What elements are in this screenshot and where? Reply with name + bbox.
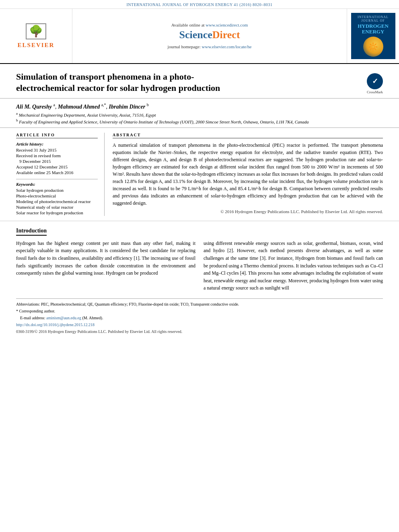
available-date: Available online 25 March 2016 — [16, 170, 98, 175]
publisher-header: 🌳 ELSEVIER Available online at www.scien… — [0, 9, 399, 64]
received-date: Received 31 July 2015 — [16, 148, 98, 152]
corresponding-line: * Corresponding author. — [16, 308, 383, 314]
affiliation-a: a Mechanical Engineering Department, Ass… — [16, 111, 383, 117]
introduction-heading: Introduction — [16, 228, 47, 236]
main-body: Introduction Hydrogen has the highest en… — [0, 221, 399, 341]
author-3: Ibrahim Dincer — [109, 103, 146, 109]
doi-line: http://dx.doi.org/10.1016/j.ijhydene.201… — [16, 322, 383, 328]
elsevier-wordmark: ELSEVIER — [18, 42, 55, 49]
crossmark-label: CrossMark — [367, 90, 383, 94]
keyword-5: Solar reactor for hydrogen production — [16, 210, 98, 215]
intro-left-text: Hydrogen has the highest energy content … — [16, 240, 195, 277]
sciencedirect-url[interactable]: www.sciencedirect.com — [206, 23, 248, 27]
email-link[interactable]: aminism@aun.edu.eg — [46, 316, 81, 320]
keywords-label: Keywords: — [16, 179, 98, 187]
affiliation-b: b Faculty of Engineering and Applied Sci… — [16, 118, 383, 124]
sciencedirect-section: Available online at www.sciencedirect.co… — [72, 9, 347, 63]
abbreviations-text: Abbreviations: PEC, Photoelectrochemical… — [16, 302, 239, 306]
badge-title: HYDROGEN ENERGY — [354, 23, 392, 35]
crossmark-icon: ✓ — [367, 73, 383, 89]
author-1: Ali M. Qureshy — [16, 103, 52, 109]
article-info-col: ARTICLE INFO Article history: Received 3… — [16, 133, 105, 216]
journal-citation: INTERNATIONAL JOURNAL OF HYDROGEN ENERGY… — [126, 2, 272, 7]
revised-date: 9 December 2015 — [19, 159, 98, 164]
revised-label: Received in revised form — [16, 153, 98, 158]
article-history-label: Article history: — [16, 142, 98, 146]
footnotes-section: Abbreviations: PEC, Photoelectrochemical… — [16, 298, 383, 335]
sciencedirect-logo: ScienceDirect — [179, 29, 240, 41]
elsevier-logo-section: 🌳 ELSEVIER — [0, 9, 72, 63]
issn-line: 0360-3199/© 2016 Hydrogen Energy Publica… — [16, 329, 383, 335]
journal-homepage-url[interactable]: www.elsevier.com/locate/he — [202, 44, 252, 49]
journal-badge: INTERNATIONAL JOURNAL OF HYDROGEN ENERGY… — [351, 13, 395, 59]
journal-badge-section: INTERNATIONAL JOURNAL OF HYDROGEN ENERGY… — [347, 9, 399, 63]
authors-line: Ali M. Qureshy a, Mahmoud Ahmed a,*, Ibr… — [16, 103, 383, 110]
intro-left-col: Hydrogen has the highest energy content … — [16, 240, 195, 292]
article-title-section: Simulation of transport phenomena in a p… — [0, 64, 399, 99]
elsevier-tree-icon: 🌳 — [29, 26, 43, 37]
introduction-body: Hydrogen has the highest energy content … — [16, 240, 383, 292]
badge-image: 🔆 — [363, 37, 383, 57]
crossmark-badge: ✓ CrossMark — [367, 73, 383, 94]
journal-homepage-text: journal homepage: www.elsevier.com/locat… — [168, 44, 252, 49]
author-2: Mahmoud Ahmed — [58, 103, 100, 109]
article-title: Simulation of transport phenomena in a p… — [16, 71, 249, 94]
keyword-2: Photo-electrochemical — [16, 193, 98, 198]
email-suffix: (M. Ahmed). — [82, 316, 103, 320]
keyword-4: Numerical study of solar reactor — [16, 205, 98, 210]
email-label-text: E-mail address: — [20, 316, 45, 320]
keyword-1: Solar hydrogen production — [16, 188, 98, 193]
accepted-date: Accepted 12 December 2015 — [16, 164, 98, 169]
email-label — [16, 316, 19, 320]
journal-header-bar: INTERNATIONAL JOURNAL OF HYDROGEN ENERGY… — [0, 0, 399, 9]
article-info-heading: ARTICLE INFO — [16, 133, 98, 138]
abstract-copyright: © 2016 Hydrogen Energy Publications LLC.… — [113, 209, 383, 214]
abstract-text: A numerical simulation of transport phen… — [113, 142, 383, 207]
authors-section: Ali M. Qureshy a, Mahmoud Ahmed a,*, Ibr… — [0, 99, 399, 128]
doi-link[interactable]: http://dx.doi.org/10.1016/j.ijhydene.201… — [16, 322, 95, 327]
abstract-heading: ABSTRACT — [113, 133, 383, 138]
email-line: E-mail address: aminism@aun.edu.eg (M. A… — [16, 315, 383, 321]
intro-right-col: using different renewable energy sources… — [204, 240, 383, 292]
abbreviations-line: Abbreviations: PEC, Photoelectrochemical… — [16, 301, 383, 307]
elsevier-box: 🌳 — [26, 23, 46, 39]
abstract-col: ABSTRACT A numerical simulation of trans… — [113, 133, 383, 216]
article-info-abstract-section: ARTICLE INFO Article history: Received 3… — [0, 128, 399, 221]
corresponding-text: * Corresponding author. — [16, 309, 55, 313]
keyword-3: Modeling of photoelectrochemical reactor — [16, 199, 98, 204]
available-online-text: Available online at www.sciencedirect.co… — [171, 23, 248, 27]
badge-top-text: INTERNATIONAL JOURNAL OF — [354, 15, 392, 23]
intro-right-text: using different renewable energy sources… — [204, 240, 383, 292]
